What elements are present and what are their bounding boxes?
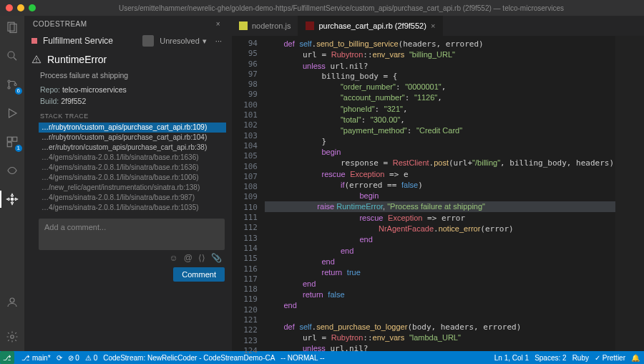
tab-label: nodetron.js [252,21,291,30]
close-window-icon[interactable] [6,4,13,11]
stack-frame[interactable]: …er/rubytron/custom_apis/purchase_cart_a… [39,143,226,153]
remote-indicator[interactable]: ⎇ [0,351,14,364]
svg-point-2 [8,52,14,58]
svg-point-12 [10,298,14,302]
settings-gear-icon[interactable] [4,328,21,345]
chevron-down-icon: ▾ [203,37,207,46]
svg-point-16 [36,62,37,62]
close-panel-icon[interactable]: × [213,20,223,28]
tab-label: purchase_cart_api.rb (2f9f552) [318,21,426,30]
language-mode[interactable]: Ruby [572,354,589,362]
comment-input[interactable]: Add a comment... [39,219,225,250]
mention-icon[interactable]: @ [184,253,192,263]
build-meta: Build: 2f9f552 [24,95,232,107]
indent-setting[interactable]: Spaces: 2 [535,354,566,362]
warning-icon [31,54,42,64]
svg-rect-8 [7,137,11,141]
activity-bar: 6 1 [0,16,24,351]
stack-frame[interactable]: …r/rubytron/custom_apis/purchase_cart_ap… [39,123,226,133]
sidebar-icon-generic[interactable] [4,162,21,179]
svg-line-3 [14,57,16,60]
close-tab-icon[interactable]: × [431,21,435,30]
extensions-icon[interactable]: 1 [4,133,21,150]
stack-frame[interactable]: …4/gems/sinatra-2.0.8.1/lib/sinatra/base… [39,193,226,203]
minimize-window-icon[interactable] [17,4,24,11]
status-dropdown[interactable]: Unresolved▾ [160,37,207,46]
editor-area: nodetron.jspurchase_cart_api.rb (2f9f552… [232,16,644,351]
svg-marker-7 [9,109,17,118]
status-bar: ⎇ ⎇ main* ⟳ ⊘ 0 ⚠ 0 CodeStream: NewRelic… [0,351,644,364]
problems-warnings[interactable]: ⚠ 0 [85,354,97,362]
svg-point-11 [11,198,14,201]
prettier-status[interactable]: ✓ Prettier [595,354,625,362]
stack-frame[interactable]: …4/gems/sinatra-2.0.8.1/lib/sinatra/base… [39,173,226,183]
comment-toolbar: ☺ @ ⟨⟩ 📎 [24,253,232,263]
cursor-position[interactable]: Ln 1, Col 1 [494,354,529,362]
git-branch[interactable]: ⎇ main* [21,354,51,362]
editor-tabs: nodetron.jspurchase_cart_api.rb (2f9f552… [232,16,644,36]
svg-point-4 [8,80,10,82]
window-title: Users/emittelhammer/newrelic-ghe/golden-… [44,4,638,12]
assignee-avatar[interactable] [142,35,154,47]
error-detail: Process failure at shipping [24,70,232,84]
editor-tab[interactable]: purchase_cart_api.rb (2f9f552)× [298,16,443,36]
code-icon[interactable]: ⟨⟩ [198,253,205,263]
file-type-icon [306,21,314,30]
service-name: Fulfillment Service [43,36,137,46]
code-editor[interactable]: def self.send_to_billing_service(headers… [265,36,615,351]
svg-rect-10 [7,143,11,147]
notifications-icon[interactable]: 🔔 [631,354,640,362]
file-type-icon [239,21,248,30]
explorer-icon[interactable] [4,19,21,36]
svg-point-6 [14,84,16,86]
stack-trace: …r/rubytron/custom_apis/purchase_cart_ap… [39,123,226,213]
problems-errors[interactable]: ⊘ 0 [68,354,79,362]
service-status-icon [31,38,37,44]
stack-frame[interactable]: …4/gems/sinatra-2.0.8.1/lib/sinatra/base… [39,163,226,173]
traffic-lights [6,4,36,11]
accounts-icon[interactable] [4,294,21,311]
stack-frame[interactable]: …4/gems/sinatra-2.0.8.1/lib/sinatra/base… [39,203,226,213]
maximize-window-icon[interactable] [29,4,36,11]
search-icon[interactable] [4,47,21,64]
codestream-panel: CODESTREAM × Fulfillment Service Unresol… [24,16,232,351]
panel-title: CODESTREAM [33,20,87,28]
vim-mode: -- NORMAL -- [280,354,324,362]
stack-frame[interactable]: …r/rubytron/custom_apis/purchase_cart_ap… [39,133,226,143]
svg-point-13 [11,335,14,339]
svg-rect-9 [13,137,17,141]
stack-trace-label: STACK TRACE [24,107,232,123]
emoji-icon[interactable]: ☺ [170,253,178,263]
line-gutter: 9495969798991001011021031041051061071081… [232,36,265,351]
more-actions-icon[interactable]: ··· [213,37,225,45]
run-debug-icon[interactable] [4,105,21,122]
comment-button[interactable]: Comment [173,267,225,282]
attach-icon[interactable]: 📎 [211,253,222,263]
error-name: RuntimeError [47,54,107,65]
minimap[interactable] [615,36,644,351]
window-titlebar: Users/emittelhammer/newrelic-ghe/golden-… [0,0,644,16]
stack-frame[interactable]: …/new_relic/agent/instrumentation/sinatr… [39,183,226,193]
source-control-icon[interactable]: 6 [4,76,21,93]
stack-frame[interactable]: …4/gems/sinatra-2.0.8.1/lib/sinatra/base… [39,153,226,163]
editor-tab[interactable]: nodetron.js [232,16,298,36]
svg-point-5 [8,87,10,89]
repo-meta: Repo: telco-microservices [24,84,232,95]
codestream-icon[interactable] [4,191,21,208]
sync-icon[interactable]: ⟳ [57,354,62,362]
